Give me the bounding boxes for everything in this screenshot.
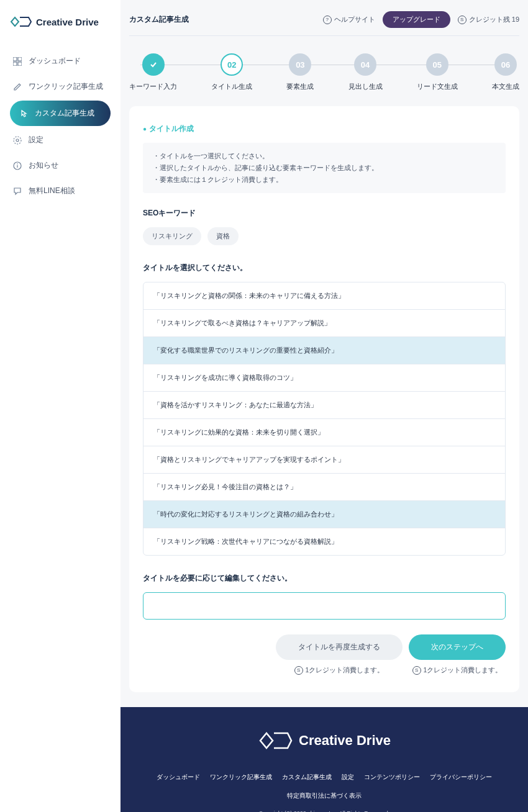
credit-note: S 1クレジット消費します。 [294, 666, 385, 675]
title-option[interactable]: 「変化する職業世界でのリスキリングの重要性と資格紹介」 [143, 337, 505, 364]
main: カスタム記事生成 ? ヘルプサイト アップグレード S クレジット残 19 キー… [121, 0, 528, 812]
seo-tag: リスキリング [143, 227, 201, 245]
footer-links: ダッシュボード ワンクリック記事生成 カスタム記事生成 設定 コンテンツポリシー… [133, 773, 516, 800]
svg-rect-1 [18, 57, 22, 61]
step-label: 要素生成 [286, 82, 314, 91]
gear-icon [12, 135, 22, 145]
help-label: ヘルプサイト [334, 15, 375, 24]
sidebar: Creative Drive ダッシュボード ワンクリック記事生成 カスタム記事… [0, 0, 121, 812]
step-4: 04 見出し生成 [348, 53, 383, 91]
footer-logo-text: Creative Drive [299, 733, 391, 749]
step-circle-active: 02 [221, 53, 243, 76]
footer-link[interactable]: プライバシーポリシー [430, 773, 492, 782]
logo[interactable]: Creative Drive [0, 15, 121, 47]
sidebar-item-news[interactable]: お知らせ [0, 154, 121, 177]
sidebar-item-line[interactable]: 無料LINE相談 [0, 179, 121, 202]
step-6: 06 本文生成 [492, 53, 519, 91]
sidebar-item-label: 無料LINE相談 [29, 186, 75, 196]
logo-text: Creative Drive [36, 17, 99, 27]
footer-link[interactable]: ダッシュボード [157, 773, 200, 782]
step-3: 03 要素生成 [286, 53, 314, 91]
footer-link[interactable]: 設定 [342, 773, 354, 782]
bullet: ・選択したタイトルから、記事に盛り込む要素キーワードを生成します。 [153, 162, 496, 174]
svg-rect-2 [13, 62, 17, 66]
credit-label: クレジット残 19 [469, 15, 519, 24]
credit-icon: S [294, 666, 303, 675]
sidebar-item-label: カスタム記事生成 [35, 108, 94, 119]
seo-tags: リスキリング 資格 [143, 227, 506, 245]
sidebar-item-custom[interactable]: カスタム記事生成 [10, 101, 111, 126]
step-label: 見出し生成 [348, 82, 383, 91]
steps: キーワード入力 02 タイトル生成 03 要素生成 04 見出し生成 05 リー… [121, 36, 528, 106]
sidebar-item-settings[interactable]: 設定 [0, 129, 121, 151]
title-option[interactable]: 「リスキリングと資格の関係：未来のキャリアに備える方法」 [143, 282, 505, 310]
bullet: ・タイトルを一つ選択してください。 [153, 150, 496, 162]
credit-display: S クレジット残 19 [458, 15, 519, 24]
instruction-box: ・タイトルを一つ選択してください。 ・選択したタイトルから、記事に盛り込む要素キ… [143, 143, 506, 193]
edit-icon [12, 82, 22, 92]
next-button[interactable]: 次のステップへ [409, 634, 506, 660]
footer-link[interactable]: 特定商取引法に基づく表示 [287, 792, 362, 800]
svg-point-8 [17, 163, 18, 165]
step-5: 05 リード文生成 [417, 53, 458, 91]
seo-tag: 資格 [207, 227, 239, 245]
dashboard-icon [12, 56, 22, 66]
title-option[interactable]: 「リスキリングを成功に導く資格取得のコツ」 [143, 364, 505, 392]
step-label: タイトル生成 [211, 82, 252, 91]
step-label: キーワード入力 [129, 82, 177, 91]
sidebar-item-dashboard[interactable]: ダッシュボード [0, 50, 121, 73]
step-1: キーワード入力 [129, 53, 177, 91]
section-title: タイトル作成 [143, 124, 506, 134]
chat-icon [12, 186, 22, 196]
step-label: リード文生成 [417, 82, 458, 91]
regenerate-button[interactable]: タイトルを再度生成する [276, 634, 403, 660]
page-title: カスタム記事生成 [129, 14, 189, 25]
step-circle: 03 [289, 53, 311, 76]
title-list: 「リスキリングと資格の関係：未来のキャリアに備える方法」 「リスキリングで取るべ… [143, 282, 506, 556]
step-circle: 06 [494, 53, 517, 76]
help-link[interactable]: ? ヘルプサイト [323, 15, 375, 24]
topbar: カスタム記事生成 ? ヘルプサイト アップグレード S クレジット残 19 [121, 0, 528, 35]
svg-point-5 [14, 137, 21, 144]
title-edit-input[interactable] [143, 592, 506, 620]
step-label: 本文生成 [492, 82, 519, 91]
sidebar-item-oneclick[interactable]: ワンクリック記事生成 [0, 75, 121, 98]
seo-label: SEOキーワード [143, 208, 506, 219]
title-option[interactable]: 「時代の変化に対応するリスキリングと資格の組み合わせ」 [143, 501, 505, 528]
title-option[interactable]: 「資格を活かすリスキリング：あなたに最適な方法」 [143, 392, 505, 419]
credit-icon: S [458, 16, 467, 24]
step-2: 02 タイトル生成 [211, 53, 252, 91]
title-option[interactable]: 「リスキリングで取るべき資格は？キャリアアップ解説」 [143, 310, 505, 337]
step-circle: 04 [354, 53, 376, 76]
title-option[interactable]: 「資格とリスキリングでキャリアアップを実現するポイント」 [143, 446, 505, 474]
sidebar-item-label: ワンクリック記事生成 [29, 81, 103, 92]
svg-rect-3 [18, 62, 22, 66]
svg-rect-0 [13, 57, 17, 61]
svg-point-4 [16, 139, 19, 142]
title-option[interactable]: 「リスキリング必見！今後注目の資格とは？」 [143, 474, 505, 501]
footer-logo: Creative Drive [133, 729, 516, 752]
step-circle: 05 [426, 53, 448, 76]
help-icon: ? [323, 16, 332, 24]
footer: Creative Drive ダッシュボード ワンクリック記事生成 カスタム記事… [121, 707, 528, 812]
bullet: ・要素生成には１クレジット消費します。 [153, 174, 496, 186]
upgrade-button[interactable]: アップグレード [383, 11, 450, 28]
step-circle-done [142, 53, 165, 76]
edit-label: タイトルを必要に応じて編集してください。 [143, 573, 506, 584]
title-option[interactable]: 「リスキリング戦略：次世代キャリアにつながる資格解説」 [143, 528, 505, 555]
footer-link[interactable]: カスタム記事生成 [282, 773, 332, 782]
sidebar-item-label: お知らせ [29, 160, 58, 171]
sidebar-item-label: 設定 [29, 135, 43, 145]
logo-icon [10, 15, 32, 29]
footer-link[interactable]: コンテンツポリシー [364, 773, 420, 782]
footer-logo-icon [258, 729, 293, 752]
actions: タイトルを再度生成する S 1クレジット消費します。 次のステップへ S 1クレ… [143, 634, 506, 675]
pointer-icon [19, 109, 29, 119]
footer-link[interactable]: ワンクリック記事生成 [210, 773, 272, 782]
panel: タイトル作成 ・タイトルを一つ選択してください。 ・選択したタイトルから、記事に… [129, 106, 519, 692]
titles-label: タイトルを選択してください。 [143, 263, 506, 273]
info-icon [12, 161, 22, 171]
title-option[interactable]: 「リスキリングに効果的な資格：未来を切り開く選択」 [143, 419, 505, 446]
credit-icon: S [412, 666, 421, 675]
credit-note: S 1クレジット消費します。 [412, 666, 503, 675]
